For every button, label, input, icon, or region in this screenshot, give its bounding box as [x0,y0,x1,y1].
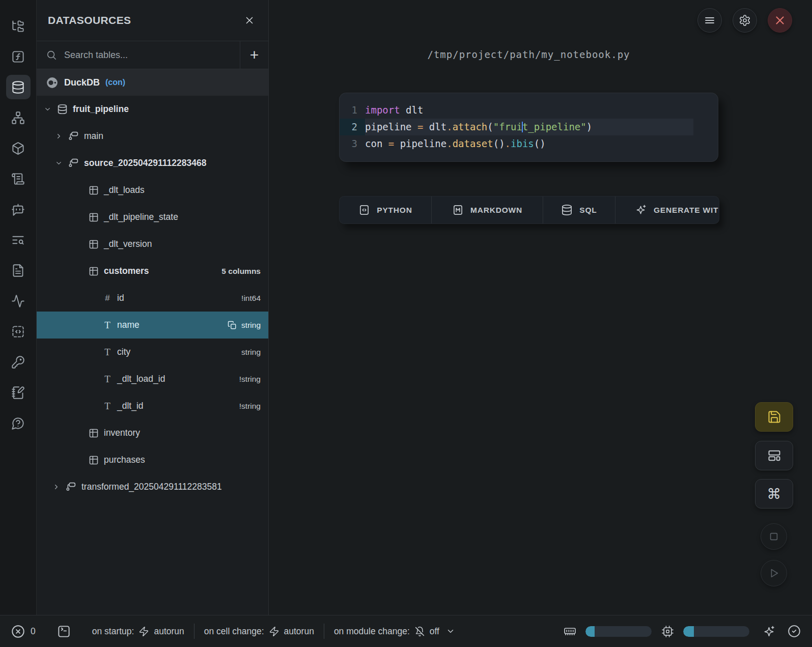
rail-function-button[interactable] [6,44,31,69]
chevron-down-icon[interactable] [44,105,52,113]
settings-button[interactable] [733,8,757,33]
add-cell-sql-button[interactable]: SQL [543,196,615,223]
rail-snippets-button[interactable] [6,319,31,344]
rail-tracing-button[interactable] [6,289,31,313]
save-button[interactable] [755,402,793,432]
on-module-change-value: off [430,626,439,637]
tree-row[interactable]: #id!int64 [37,285,268,312]
code-editor[interactable]: 1import dlt2pipeline = dlt.attach("fruit… [340,102,718,152]
rail-datasources-button[interactable] [6,75,31,99]
command-icon: ⌘ [767,486,781,502]
table-icon [89,185,99,195]
line-number: 1 [340,102,365,119]
connection-row[interactable]: DuckDB (con) [37,69,268,96]
rail-logs-button[interactable] [6,228,31,252]
scroll-text-icon [11,172,25,186]
datasources-panel: DATASOURCES + DuckDB (con) fruit_pipelin… [37,0,269,615]
search-tables-input[interactable] [64,50,231,61]
code-line[interactable]: 2pipeline = dlt.attach("fruit_pipeline") [340,119,718,135]
tree-row[interactable]: _dlt_pipeline_state [37,204,268,231]
rail-packages-button[interactable] [6,136,31,160]
panel-close-button[interactable] [244,15,255,26]
tree-row[interactable]: transformed_202504291112283581 [37,473,268,500]
errors-indicator[interactable]: 0 [11,625,36,638]
file-path: /tmp/project/path/my_notebook.py [339,49,718,60]
tree-row-label: source_202504291112283468 [84,158,206,168]
code-cell[interactable]: 1import dlt2pipeline = dlt.attach("fruit… [339,93,718,162]
rail-scratchpad-button[interactable] [6,380,31,405]
menu-button[interactable] [697,8,722,33]
chevron-right-icon[interactable] [52,483,61,491]
table-icon [89,239,99,249]
on-startup-value: autorun [154,626,184,637]
tree-row[interactable]: inventory [37,419,268,446]
chevron-right-icon [55,132,63,140]
gear-icon [739,14,751,26]
hamburger-menu-icon [704,14,716,26]
tree-row[interactable]: customers5 columns [37,258,268,285]
tree-row-label: transformed_202504291112283581 [81,482,222,492]
ai-assist-button[interactable] [763,625,775,638]
rail-chat-button[interactable] [6,197,31,221]
play-icon [768,568,779,579]
code-line[interactable]: 1import dlt [340,102,718,119]
markdown-cell-icon [452,204,464,216]
tree-row[interactable]: fruit_pipeline [37,96,268,123]
run-button[interactable] [761,560,787,586]
cpu-meter-fill [683,626,694,637]
rail-scripts-button[interactable] [6,166,31,191]
tree-row[interactable]: Tnamestring [37,312,268,339]
tree-row[interactable]: _dlt_loads [37,177,268,204]
sql-cell-icon [561,204,573,216]
chevron-down-icon [446,627,455,636]
tree-row-detail: !string [239,402,261,411]
on-startup-setting[interactable]: on startup: autorun [92,626,184,637]
memory-icon [564,625,576,638]
rail-file-tree-button[interactable] [6,14,31,38]
layout-button[interactable] [755,441,793,470]
file-tree-icon [11,19,25,33]
tree-row[interactable]: _dlt_version [37,231,268,258]
code-line[interactable]: 3con = pipeline.dataset().ibis() [340,135,718,152]
chevron-down-icon[interactable] [55,159,63,167]
tree-row[interactable]: Tcitystring [37,339,268,365]
keyboard-shortcuts-button[interactable]: ⌘ [755,479,793,509]
function-square-icon [11,50,25,64]
add-cell-markdown-button[interactable]: MARKDOWN [432,196,543,223]
string-type-icon: T [103,320,112,331]
add-datasource-button[interactable]: + [240,41,268,69]
line-number: 3 [340,135,365,152]
tree-row-label: id [117,293,124,303]
divider [194,624,194,639]
zap-icon [138,626,149,637]
tree-row[interactable]: source_202504291112283468 [37,150,268,177]
error-count: 0 [31,626,36,637]
close-icon [244,15,255,26]
bot-message-icon [11,203,25,216]
circle-x-icon [11,625,25,638]
tree-row[interactable]: purchases [37,446,268,473]
on-module-change-setting[interactable]: on module change: off [334,626,455,637]
rail-dependencies-button[interactable] [6,105,31,130]
add-cell-generate-button[interactable]: GENERATE WITH AI [615,196,719,223]
notebook-pen-icon [11,386,25,400]
rail-help-button[interactable] [6,411,31,435]
line-number: 2 [340,119,365,135]
on-cell-change-value: autorun [284,626,314,637]
stop-icon [768,531,779,542]
shutdown-button[interactable] [768,8,792,33]
rail-secrets-button[interactable] [6,350,31,374]
on-cell-change-setting[interactable]: on cell change: autorun [204,626,314,637]
tree-row-label: fruit_pipeline [73,104,129,115]
connection-status-button[interactable] [788,625,801,638]
tree-row[interactable]: T_dlt_id!string [37,392,268,419]
tree-row-label: name [117,320,139,330]
stop-button[interactable] [761,523,787,550]
panel-title: DATASOURCES [48,14,131,26]
tree-row[interactable]: main [37,123,268,150]
chevron-right-icon[interactable] [55,132,63,140]
add-cell-python-button[interactable]: PYTHON [340,196,432,223]
terminal-button[interactable] [57,625,71,638]
rail-docs-button[interactable] [6,258,31,283]
tree-row[interactable]: T_dlt_load_id!string [37,365,268,392]
